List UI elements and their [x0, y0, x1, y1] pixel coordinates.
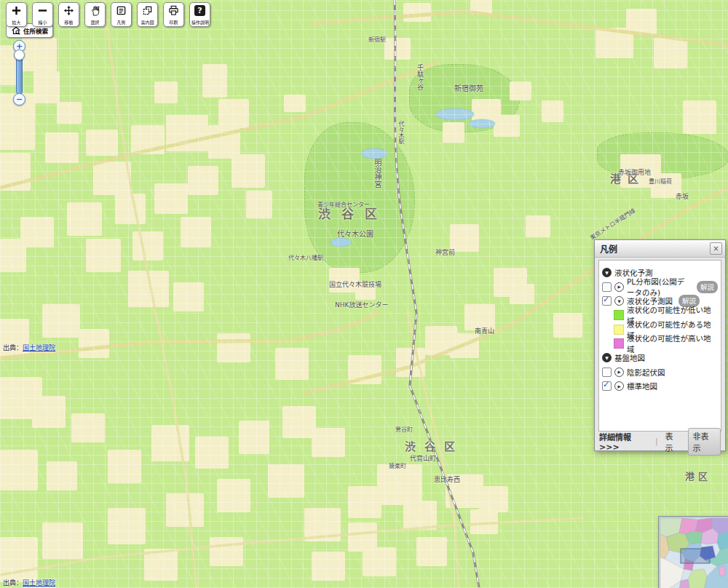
map-label: 代々木公園	[337, 228, 373, 239]
chevron-down-icon[interactable]: ▼	[614, 296, 624, 306]
legend-swatch-row: 液状化の可能性が高い地域	[602, 337, 718, 351]
attribution-prefix: 出典：	[3, 344, 23, 351]
pan-button[interactable]: 移動	[58, 2, 79, 27]
select-button[interactable]: 選択	[84, 2, 106, 27]
map-label: 渋谷区	[405, 438, 464, 453]
map-label: 千駄ヶ谷	[416, 64, 425, 90]
legend-swatch-label: 液状化の可能性が高い地域	[627, 333, 718, 354]
guide-map-label: 案内図	[141, 20, 154, 25]
gsi-link[interactable]: 国土地理院	[23, 579, 55, 587]
minus-icon	[37, 5, 48, 16]
toolbar: 拡大 縮小 移動 選択 凡例 案内図	[6, 2, 210, 27]
legend-panel-header[interactable]: 凡例 ×	[595, 240, 725, 258]
legend-panel: 凡例 × ▼液状化予測▶PL分布図(公開データのみ)解説▼液状化予測図解説液状化…	[594, 239, 726, 451]
layer-checkbox[interactable]	[602, 381, 612, 391]
current-view-extent[interactable]	[681, 549, 710, 563]
map-label: 猿楽町	[389, 461, 406, 469]
map-label: 赤坂御用地	[618, 167, 651, 177]
attribution-bottom: 出典：国土地理院	[3, 578, 55, 587]
legend-button[interactable]: 凡例	[111, 2, 132, 27]
guide-map-icon	[142, 5, 153, 16]
map-label: 新宿御苑	[454, 82, 483, 93]
collapse-chevron-icon[interactable]: ▼	[602, 268, 612, 277]
hand-icon	[90, 5, 100, 16]
legend-layer-row: ▶標準地図	[602, 379, 718, 394]
help-button[interactable]: ? 操作説明	[189, 2, 210, 27]
zoom-slider-knob[interactable]	[14, 49, 25, 60]
pan-label: 移動	[65, 20, 74, 25]
collapse-chevron-icon[interactable]: ▼	[602, 353, 612, 362]
help-label: 操作説明	[191, 20, 209, 25]
map-label: 新宿駅	[368, 35, 386, 43]
legend-panel-title: 凡例	[600, 242, 617, 255]
map-label: NHK放送センター	[335, 300, 388, 309]
close-icon[interactable]: ×	[710, 242, 722, 255]
question-icon: ?	[194, 5, 205, 16]
map-label: 青少年総合センター	[317, 200, 370, 208]
map-label: 赤坂	[676, 191, 689, 201]
map-label: 代官山町	[410, 453, 436, 463]
map-label: 神宮前	[435, 247, 455, 257]
hide-button[interactable]: 非表示	[688, 428, 721, 456]
slider-zoom-out-button[interactable]: −	[13, 93, 25, 106]
legend-doc-icon	[116, 5, 127, 16]
help-kaisetsu-button[interactable]: 解説	[697, 281, 718, 293]
zoom-in-button[interactable]: 拡大	[6, 2, 27, 27]
map-label: 豊川稲荷	[649, 177, 672, 185]
zoom-out-label: 縮小	[39, 20, 47, 25]
legend-layer-label: 標準地図	[627, 381, 657, 392]
legend-color-swatch	[614, 338, 624, 349]
legend-label: 凡例	[117, 20, 126, 25]
chevron-right-icon[interactable]: ▶	[614, 381, 624, 391]
legend-layer-row: ▶陰影起伏図	[602, 365, 718, 380]
legend-layer-row: ▶PL分布図(公開データのみ)解説	[602, 280, 718, 295]
print-label: 印刷	[170, 20, 178, 25]
plus-icon	[11, 5, 22, 16]
guide-map-button[interactable]: 案内図	[137, 2, 158, 27]
footer-separator: |	[655, 437, 658, 446]
map-label: 恵比寿西	[434, 474, 460, 484]
map-label: 港区	[685, 469, 711, 482]
print-button[interactable]: 印刷	[163, 2, 184, 27]
select-label: 選択	[91, 20, 100, 25]
map-label: 明治神宮	[372, 159, 383, 188]
show-button[interactable]: 表示	[662, 429, 684, 455]
printer-icon	[168, 5, 179, 16]
overview-minimap[interactable]	[659, 517, 728, 588]
details-info-link[interactable]: 詳細情報 >>>	[599, 431, 652, 452]
move-icon	[63, 5, 74, 16]
legend-color-swatch	[614, 325, 624, 335]
zoom-in-label: 拡大	[12, 20, 21, 25]
legend-panel-body: ▼液状化予測▶PL分布図(公開データのみ)解説▼液状化予測図解説液状化の可能性が…	[598, 260, 721, 432]
layer-checkbox[interactable]	[602, 296, 612, 306]
map-label: 代々木駅	[397, 121, 405, 144]
attribution-prefix: 出典：	[3, 579, 23, 587]
house-search-icon	[11, 25, 21, 36]
zoom-slider: + −	[12, 40, 25, 106]
gsi-link[interactable]: 国土地理院	[23, 344, 55, 351]
legend-panel-footer: 詳細情報 >>> | 表示 非表示	[595, 432, 725, 450]
chevron-right-icon[interactable]: ▶	[614, 368, 624, 377]
map-label: 東京メトロ半蔵門線	[588, 206, 636, 241]
map-label: 代々木八幡駅	[288, 253, 323, 261]
zoom-out-button[interactable]: 縮小	[32, 2, 53, 27]
legend-color-swatch	[614, 310, 624, 320]
attribution-upper: 出典：国土地理院	[3, 343, 55, 352]
address-search-label: 住所検索	[23, 26, 48, 35]
legend-category-label: 基盤地図	[614, 352, 645, 363]
map-label: 国立代々木競技場	[329, 279, 381, 289]
legend-layer-label: 陰影起伏図	[627, 367, 665, 378]
map-label: 鶯谷町	[395, 425, 413, 433]
layer-checkbox[interactable]	[602, 368, 612, 377]
chevron-right-icon[interactable]: ▶	[614, 282, 624, 292]
map-label: 南青山	[475, 326, 494, 335]
layer-checkbox[interactable]	[602, 282, 612, 292]
